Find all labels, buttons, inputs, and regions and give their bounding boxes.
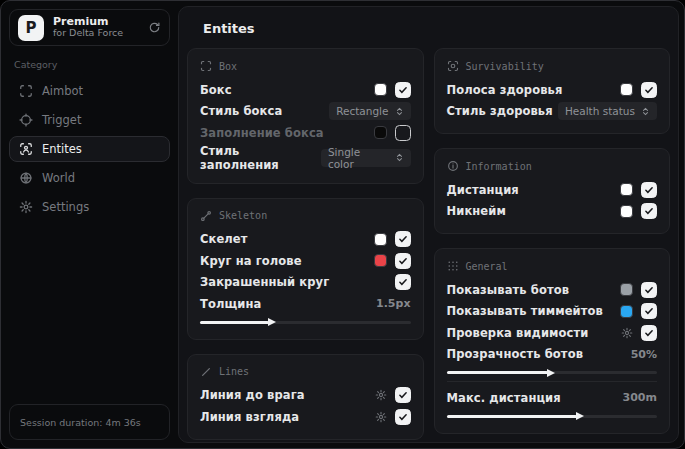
setting-label: Линия взгляда (200, 410, 299, 424)
checkbox[interactable] (395, 231, 411, 247)
brand-subtitle: for Delta Force (53, 28, 139, 39)
color-swatch[interactable] (620, 305, 633, 318)
panel-header-label: Skeleton (219, 210, 267, 221)
gear-icon[interactable] (375, 389, 387, 401)
setting-label: Показывать ботов (447, 283, 570, 297)
scan-box-icon (19, 84, 33, 98)
color-swatch[interactable] (374, 126, 387, 139)
diagonal-line-icon (200, 366, 212, 378)
setting-label: Макс. дистанция (447, 391, 561, 405)
brand-logo: P (18, 15, 44, 41)
bone-icon (200, 210, 212, 222)
setting-label: Бокс (200, 83, 232, 97)
sidebar-item-settings[interactable]: Settings (9, 194, 170, 220)
box-style-dropdown[interactable]: Rectangle (329, 102, 410, 120)
box-corners-icon (200, 60, 212, 72)
setting-row: Стиль здоровья Health status (447, 101, 658, 123)
checkbox[interactable] (395, 82, 411, 98)
refresh-icon[interactable] (148, 21, 161, 34)
checkbox[interactable] (395, 125, 411, 141)
max-distance-slider[interactable] (447, 415, 658, 418)
setting-row: Круг на голове (200, 250, 411, 272)
sidebar-item-aimbot[interactable]: Aimbot (9, 78, 170, 104)
gear-icon[interactable] (375, 411, 387, 423)
checkbox[interactable] (395, 387, 411, 403)
setting-row: Закрашенный круг (200, 272, 411, 294)
color-swatch[interactable] (374, 83, 387, 96)
checkbox[interactable] (395, 253, 411, 269)
checkbox[interactable] (641, 203, 657, 219)
setting-value: 300m (623, 391, 657, 404)
slider-thumb[interactable] (268, 318, 276, 326)
gear-icon[interactable] (621, 327, 633, 339)
setting-row: Показывать тиммейтов (447, 301, 658, 323)
setting-label: Закрашенный круг (200, 275, 329, 289)
category-label: Category (14, 59, 165, 70)
panel-header-label: Survivability (466, 61, 544, 72)
checkbox[interactable] (641, 282, 657, 298)
setting-row: Проверка видимости (447, 322, 658, 344)
setting-label: Стиль бокса (200, 104, 282, 118)
color-swatch[interactable] (374, 233, 387, 246)
setting-label: Никнейм (447, 204, 506, 218)
setting-row: Показывать ботов (447, 279, 658, 301)
color-swatch[interactable] (620, 183, 633, 196)
setting-label: Показывать тиммейтов (447, 304, 603, 318)
setting-row: Макс. дистанция 300m (447, 387, 658, 409)
checkbox[interactable] (641, 82, 657, 98)
sidebar: P Premium for Delta Force Category Aimbo… (1, 1, 178, 448)
grid-dots-icon (447, 260, 459, 272)
color-swatch[interactable] (620, 205, 633, 218)
globe-icon (19, 171, 33, 185)
checkbox[interactable] (641, 325, 657, 341)
scan-heart-icon (447, 60, 459, 72)
sidebar-item-label: Entites (42, 142, 82, 156)
panel-survivability: Survivability Полоса здоровья Стиль здор… (434, 48, 671, 134)
setting-row: Прозрачность ботов 50% (447, 344, 658, 366)
setting-row: Стиль заполнения Single color (200, 144, 411, 172)
slider-thumb[interactable] (547, 369, 555, 377)
setting-label: Круг на голове (200, 254, 302, 268)
panel-header-label: Box (219, 61, 237, 72)
checkbox[interactable] (395, 409, 411, 425)
checkbox[interactable] (641, 303, 657, 319)
divider (447, 381, 658, 382)
health-style-dropdown[interactable]: Health status (558, 102, 657, 120)
sidebar-nav: Aimbot Trigget Entites World Settings (9, 78, 170, 220)
sidebar-item-label: Aimbot (42, 84, 83, 98)
sidebar-item-trigget[interactable]: Trigget (9, 107, 170, 133)
setting-row: Толщина 1.5px (200, 293, 411, 315)
color-swatch[interactable] (620, 283, 633, 296)
checkbox[interactable] (641, 182, 657, 198)
setting-label: Заполнение бокса (200, 126, 324, 140)
sidebar-item-entites[interactable]: Entites (9, 136, 170, 162)
sidebar-item-world[interactable]: World (9, 165, 170, 191)
setting-label: Дистанция (447, 183, 519, 197)
panel-header-label: General (466, 261, 508, 272)
setting-row: Стиль бокса Rectangle (200, 101, 411, 123)
info-icon (447, 160, 459, 172)
checkbox[interactable] (395, 274, 411, 290)
app-window: P Premium for Delta Force Category Aimbo… (0, 0, 685, 449)
page-title: Entites (203, 21, 670, 36)
setting-label: Полоса здоровья (447, 83, 563, 97)
crosshair-icon (19, 113, 33, 127)
slider-thumb[interactable] (576, 412, 584, 420)
thickness-slider[interactable] (200, 321, 411, 324)
panel-information: Information Дистанция Никнейм (434, 148, 671, 234)
chevrons-up-down-icon (395, 107, 404, 116)
brand-card: P Premium for Delta Force (9, 9, 170, 46)
color-swatch[interactable] (620, 83, 633, 96)
setting-row: Полоса здоровья (447, 79, 658, 101)
setting-value: 1.5px (376, 297, 410, 310)
setting-row: Никнейм (447, 201, 658, 223)
fill-style-dropdown[interactable]: Single color (321, 149, 411, 167)
setting-label: Линия до врага (200, 388, 305, 402)
color-swatch[interactable] (374, 254, 387, 267)
sidebar-item-label: Settings (42, 200, 89, 214)
chevrons-up-down-icon (395, 153, 404, 162)
setting-row: Дистанция (447, 179, 658, 201)
setting-row: Линия до врага (200, 385, 411, 407)
setting-value: 50% (631, 348, 657, 361)
bot-opacity-slider[interactable] (447, 371, 658, 374)
